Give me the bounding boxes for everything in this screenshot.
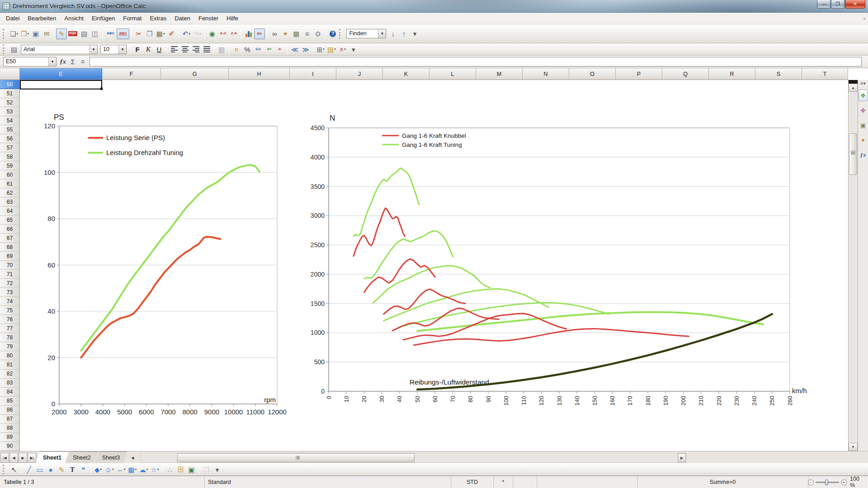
close-button[interactable]: ✕ bbox=[845, 0, 865, 9]
column-header-R[interactable]: R bbox=[709, 68, 755, 80]
row-header-53[interactable]: 53 bbox=[0, 107, 20, 116]
column-header-E[interactable]: E bbox=[20, 68, 102, 80]
title-bar[interactable]: Drehmoment Vergleich SV.ods - OpenOffice… bbox=[0, 0, 868, 13]
row-header-70[interactable]: 70 bbox=[0, 261, 20, 270]
row-header-83[interactable]: 83 bbox=[0, 379, 20, 388]
tab-sheet2[interactable]: Sheet2 bbox=[66, 451, 98, 463]
horizontal-scrollbar[interactable]: ▶ bbox=[141, 453, 686, 463]
export-pdf-button[interactable]: PDF bbox=[67, 28, 79, 39]
menu-datei[interactable]: Datei bbox=[2, 14, 24, 23]
previous-sheet-button[interactable]: ◀ bbox=[9, 453, 18, 463]
selection-mode[interactable]: STD bbox=[451, 476, 494, 488]
equals-button[interactable]: = bbox=[78, 57, 88, 67]
chevron-down-icon[interactable]: ▼ bbox=[48, 57, 56, 66]
dropdown-arrow-icon[interactable]: ▾ bbox=[16, 32, 18, 36]
first-sheet-button[interactable]: |◀ bbox=[0, 453, 9, 463]
copy-button[interactable]: ❐ bbox=[144, 28, 155, 39]
dropdown-arrow-icon[interactable]: ▾ bbox=[27, 32, 29, 36]
basic-shapes-button[interactable]: ◆▾ bbox=[93, 464, 104, 475]
number-standard-button[interactable]: 0.0 bbox=[253, 44, 264, 55]
find-up-button[interactable]: ↑ bbox=[398, 28, 409, 39]
redo-button[interactable]: ↷▾ bbox=[192, 28, 203, 39]
row-header-90[interactable]: 90 bbox=[0, 442, 20, 451]
menu-ansicht[interactable]: Ansicht bbox=[60, 14, 88, 23]
toolbar-grip[interactable] bbox=[3, 44, 6, 54]
underline-button[interactable]: U bbox=[154, 44, 165, 55]
last-sheet-button[interactable]: ▶| bbox=[28, 453, 36, 463]
find-toolbar-grip[interactable] bbox=[339, 29, 343, 39]
chevron-down-icon[interactable]: ▼ bbox=[118, 45, 126, 54]
split-handle[interactable] bbox=[849, 80, 858, 84]
menu-daten[interactable]: Daten bbox=[170, 14, 194, 23]
font-size-select[interactable]: 10▼ bbox=[100, 45, 127, 54]
styles-panel-button[interactable]: ▤ bbox=[9, 44, 19, 55]
undo-button[interactable]: ↶▾ bbox=[181, 28, 192, 39]
number-percent-button[interactable]: % bbox=[242, 44, 253, 55]
dropdown-arrow-icon[interactable]: ▾ bbox=[334, 47, 336, 51]
zoom-slider[interactable]: − + bbox=[808, 476, 846, 488]
row-header-54[interactable]: 54 bbox=[0, 116, 20, 125]
menu-extras[interactable]: Extras bbox=[146, 14, 170, 23]
dropdown-arrow-icon[interactable]: ▾ bbox=[189, 32, 190, 36]
zoom-in-icon[interactable]: + bbox=[841, 479, 847, 485]
align-left-button[interactable] bbox=[169, 44, 179, 55]
paste-button[interactable]: ▦▾ bbox=[155, 28, 166, 39]
formula-input[interactable] bbox=[90, 57, 862, 66]
column-header-H[interactable]: H bbox=[229, 68, 290, 80]
menu-fenster[interactable]: Fenster bbox=[194, 14, 222, 23]
tab-sheet3[interactable]: Sheet3 bbox=[95, 451, 127, 463]
clone-formatting-button[interactable]: ✐ bbox=[166, 28, 177, 39]
scroll-up-button[interactable]: ▲ bbox=[849, 84, 858, 92]
row-header-65[interactable]: 65 bbox=[0, 216, 20, 225]
page-preview-button[interactable]: ◫ bbox=[90, 28, 100, 39]
background-color-button[interactable]: ▨▾ bbox=[326, 44, 337, 55]
row-header-74[interactable]: 74 bbox=[0, 297, 20, 306]
navigator-button[interactable]: ✦ bbox=[280, 28, 291, 39]
find-input[interactable]: Finden▼ bbox=[346, 29, 386, 38]
column-header-G[interactable]: G bbox=[161, 68, 229, 80]
row-header-56[interactable]: 56 bbox=[0, 134, 20, 143]
dropdown-arrow-icon[interactable]: ▾ bbox=[100, 468, 102, 471]
toolbar-overflow-button[interactable]: ▾ bbox=[212, 464, 223, 475]
column-header-P[interactable]: P bbox=[616, 68, 662, 80]
increase-indent-button[interactable]: ≫ bbox=[300, 44, 311, 55]
cut-button[interactable]: ✂ bbox=[133, 28, 144, 39]
column-header-I[interactable]: I bbox=[290, 68, 336, 80]
scroll-down-button[interactable]: ▼ bbox=[849, 443, 858, 451]
autospellcheck-button[interactable]: ABC bbox=[117, 28, 129, 39]
fill-handle[interactable] bbox=[100, 88, 103, 90]
row-header-58[interactable]: 58 bbox=[0, 152, 20, 161]
row-header-57[interactable]: 57 bbox=[0, 143, 20, 152]
block-arrows-button[interactable]: ⇔▾ bbox=[115, 464, 127, 475]
row-header-73[interactable]: 73 bbox=[0, 288, 20, 297]
column-header-M[interactable]: M bbox=[476, 68, 523, 80]
sort-ascending-button[interactable]: A-Z bbox=[217, 28, 228, 39]
new-document-button[interactable]: ❏▾ bbox=[9, 28, 19, 39]
menu-hilfe[interactable]: Hilfe bbox=[222, 14, 242, 23]
row-header-69[interactable]: 69 bbox=[0, 252, 20, 261]
row-header-51[interactable]: 51 bbox=[0, 89, 20, 98]
zoom-track[interactable] bbox=[816, 482, 839, 483]
embedded-charts[interactable]: 0204060801001202000300040005000600070008… bbox=[20, 80, 848, 451]
align-center-button[interactable] bbox=[179, 44, 190, 55]
row-header-77[interactable]: 77 bbox=[0, 324, 20, 333]
font-color-button[interactable]: A▾ bbox=[337, 44, 348, 55]
points-button[interactable]: ∴ bbox=[165, 464, 175, 475]
vertical-scrollbar[interactable]: ▲ ▼ bbox=[848, 80, 858, 451]
name-box[interactable]: E50 ▼ bbox=[3, 57, 57, 66]
dropdown-arrow-icon[interactable]: ▾ bbox=[124, 468, 126, 471]
email-button[interactable]: ✉ bbox=[41, 28, 52, 39]
tab-sheet1[interactable]: Sheet1 bbox=[36, 451, 69, 463]
row-header-75[interactable]: 75 bbox=[0, 306, 20, 315]
bold-button[interactable]: F bbox=[132, 44, 143, 55]
column-header-S[interactable]: S bbox=[755, 68, 802, 80]
align-right-button[interactable] bbox=[190, 44, 201, 55]
row-header-81[interactable]: 81 bbox=[0, 360, 20, 369]
add-decimal-button[interactable]: .0+ bbox=[264, 44, 274, 55]
row-header-61[interactable]: 61 bbox=[0, 179, 20, 188]
row-header-63[interactable]: 63 bbox=[0, 197, 20, 206]
zoom-button[interactable]: ⊙ bbox=[312, 28, 323, 39]
toolbar-overflow-button[interactable]: ▾ bbox=[348, 44, 359, 55]
maximize-button[interactable]: ❐ bbox=[831, 0, 844, 9]
sidebar-functions-button[interactable]: ƒx bbox=[859, 149, 868, 161]
